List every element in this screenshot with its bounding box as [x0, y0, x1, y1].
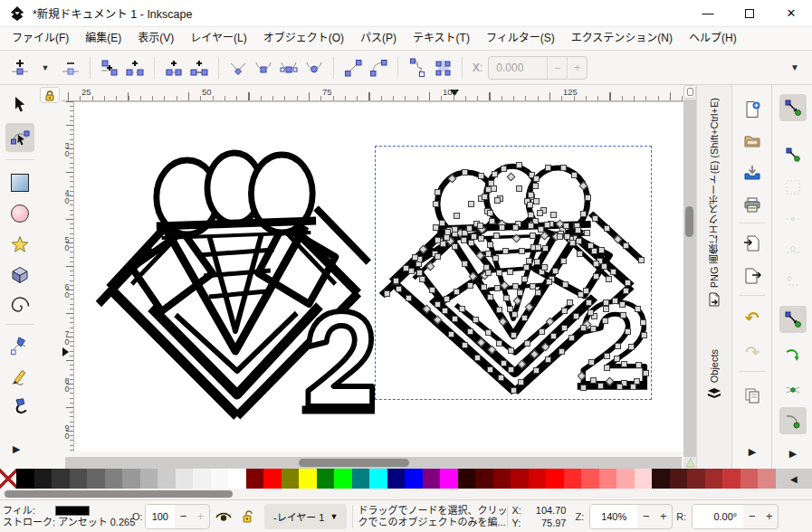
- node-handle[interactable]: [593, 273, 599, 280]
- insert-node-dropdown[interactable]: ▼: [33, 55, 58, 81]
- palette-swatch[interactable]: [652, 469, 670, 489]
- show-transform-handles-button[interactable]: [430, 55, 455, 81]
- node-handle[interactable]: [496, 340, 502, 347]
- vertical-scrollbar[interactable]: [683, 100, 696, 457]
- node-handle[interactable]: [518, 360, 527, 369]
- node-symmetric-button[interactable]: [276, 55, 301, 81]
- palette-swatch[interactable]: [334, 469, 352, 489]
- menu-path[interactable]: パス(P): [352, 27, 405, 50]
- node-handle[interactable]: [533, 176, 540, 182]
- node-handle[interactable]: [614, 356, 620, 362]
- palette-swatch[interactable]: [299, 469, 317, 489]
- palette-swatch-none[interactable]: [0, 469, 16, 489]
- node-handle[interactable]: [612, 298, 618, 304]
- traced-artwork[interactable]: [378, 148, 648, 396]
- palette-swatch[interactable]: [687, 469, 705, 489]
- node-handle[interactable]: [530, 349, 540, 358]
- node-handle[interactable]: [468, 201, 474, 207]
- node-handle[interactable]: [412, 254, 418, 261]
- node-handle[interactable]: [508, 347, 514, 354]
- node-handle[interactable]: [643, 370, 649, 376]
- node-handle[interactable]: [478, 173, 484, 179]
- node-handle[interactable]: [494, 285, 501, 291]
- node-handle[interactable]: [518, 379, 524, 385]
- node-handle[interactable]: [485, 270, 492, 276]
- palette-swatch[interactable]: [34, 469, 53, 489]
- node-handle[interactable]: [583, 288, 589, 294]
- close-button[interactable]: ✕: [770, 0, 812, 26]
- snap-bar-expander[interactable]: ▶: [779, 440, 807, 467]
- node-handle[interactable]: [444, 229, 451, 235]
- node-handle[interactable]: [493, 233, 500, 239]
- x-decrement-button[interactable]: −: [547, 57, 567, 79]
- node-handle[interactable]: [593, 261, 599, 267]
- node-handle[interactable]: [545, 165, 551, 171]
- node-handle[interactable]: [575, 227, 581, 233]
- delete-segment-button[interactable]: [122, 55, 148, 81]
- node-auto-button[interactable]: [301, 55, 327, 81]
- node-handle[interactable]: [641, 332, 647, 338]
- node-handle[interactable]: [517, 290, 523, 296]
- palette-swatch[interactable]: [193, 469, 211, 489]
- node-handle[interactable]: [621, 361, 627, 367]
- node-handle[interactable]: [501, 280, 510, 290]
- opacity-value[interactable]: 100: [146, 505, 175, 528]
- node-handle[interactable]: [560, 165, 567, 171]
- print-button[interactable]: [740, 194, 764, 217]
- palette-swatch[interactable]: [317, 469, 335, 489]
- path-outline-button[interactable]: [405, 55, 430, 81]
- node-handle[interactable]: [467, 282, 473, 289]
- node-handle[interactable]: [604, 365, 610, 371]
- node-handle[interactable]: [507, 173, 516, 182]
- palette-swatch[interactable]: [705, 469, 723, 489]
- menu-file[interactable]: ファイル(F): [4, 27, 77, 50]
- toolbar-overflow-button[interactable]: ▼: [790, 62, 799, 72]
- rotate-ccw-button[interactable]: −: [743, 509, 760, 523]
- snap-path-intersections-button[interactable]: [779, 376, 807, 404]
- palette-swatch[interactable]: [635, 469, 653, 489]
- guide-lock-button[interactable]: [40, 87, 60, 103]
- node-handle[interactable]: [625, 328, 631, 335]
- node-handle[interactable]: [578, 291, 584, 298]
- node-handle[interactable]: [406, 295, 412, 301]
- palette-swatch[interactable]: [140, 469, 158, 489]
- node-handle[interactable]: [591, 248, 597, 254]
- node-handle[interactable]: [444, 296, 450, 302]
- node-handle[interactable]: [426, 261, 435, 271]
- node-handle[interactable]: [623, 242, 629, 249]
- node-handle[interactable]: [561, 325, 568, 331]
- current-layer-selector[interactable]: -レイヤー 1 ▼: [264, 504, 347, 529]
- node-handle[interactable]: [454, 289, 460, 295]
- node-handle[interactable]: [487, 210, 493, 216]
- layer-visibility-toggle[interactable]: [215, 510, 233, 523]
- node-handle[interactable]: [435, 189, 441, 195]
- join-segment-button[interactable]: [186, 55, 212, 81]
- node-handle[interactable]: [546, 317, 555, 326]
- node-handle[interactable]: [557, 233, 563, 240]
- node-handle[interactable]: [487, 345, 496, 354]
- palette-swatch[interactable]: [405, 469, 423, 489]
- node-handle[interactable]: [512, 224, 519, 231]
- palette-swatch[interactable]: [228, 469, 246, 489]
- node-handle[interactable]: [511, 311, 518, 318]
- sticky-zoom-button[interactable]: [683, 85, 696, 99]
- palette-swatch[interactable]: [423, 469, 441, 489]
- palette-swatch[interactable]: [70, 469, 88, 489]
- menu-view[interactable]: 表示(V): [129, 27, 182, 50]
- palette-scroll-left-button[interactable]: ◀: [776, 469, 812, 489]
- node-handle[interactable]: [613, 234, 622, 243]
- node-handle[interactable]: [435, 237, 441, 243]
- ellipse-tool-button[interactable]: [5, 199, 34, 228]
- node-handle[interactable]: [473, 317, 479, 323]
- node-handle[interactable]: [580, 211, 587, 217]
- node-handle[interactable]: [448, 331, 454, 337]
- node-handle[interactable]: [588, 309, 594, 316]
- insert-node-button[interactable]: [7, 55, 33, 81]
- node-handle[interactable]: [496, 270, 502, 276]
- node-handle[interactable]: [512, 283, 519, 290]
- join-nodes-button[interactable]: [161, 55, 186, 81]
- node-handle[interactable]: [533, 367, 540, 374]
- node-handle[interactable]: [550, 333, 557, 339]
- node-handle[interactable]: [568, 335, 575, 341]
- node-handle[interactable]: [604, 353, 610, 359]
